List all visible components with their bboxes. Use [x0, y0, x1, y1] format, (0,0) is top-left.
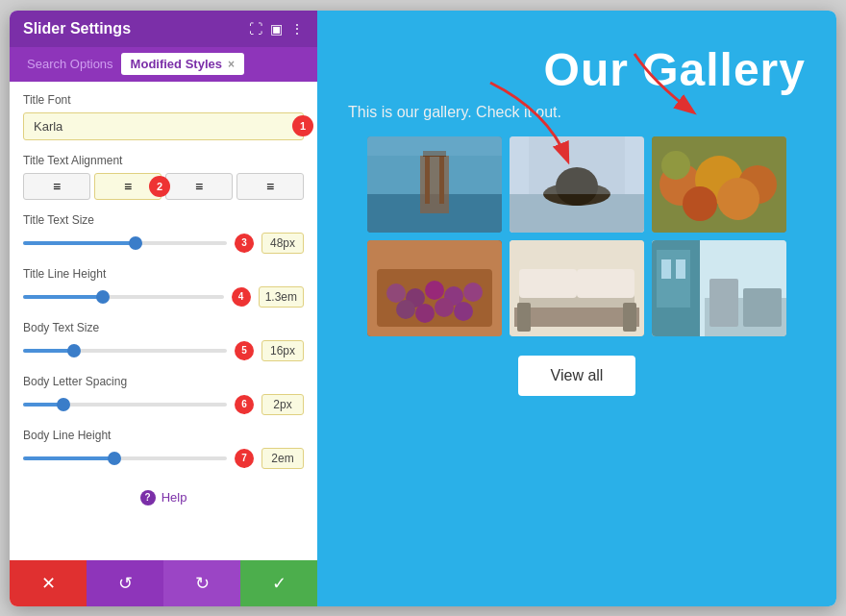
badge-4: 4 — [232, 287, 251, 307]
fullscreen-icon[interactable]: ⛶ — [249, 21, 262, 37]
panel-header: Slider Settings ⛶ ▣ ⋮ — [10, 11, 317, 47]
align-center-btn[interactable]: ≡ 2 — [94, 173, 162, 200]
cancel-icon: ✕ — [41, 573, 56, 594]
body-letterspacing-value: 2px — [261, 394, 304, 415]
body-textsize-track — [23, 349, 227, 353]
body-lineheight-value: 2em — [261, 448, 304, 469]
title-alignment-label: Title Text Alignment — [23, 154, 304, 167]
panel-body: Title Font Karla 1 Title Text Alignment … — [10, 82, 317, 560]
body-letterspacing-slider-row: 6 2px — [23, 394, 304, 415]
title-lineheight-label: Title Line Height — [23, 267, 304, 281]
badge-6: 6 — [235, 395, 254, 414]
help-icon: ? — [140, 490, 156, 505]
body-textsize-value: 16px — [261, 340, 304, 361]
app-wrapper: Slider Settings ⛶ ▣ ⋮ Search Options Mod… — [10, 11, 836, 606]
body-lineheight-label: Body Line Height — [23, 429, 304, 442]
redo-button[interactable]: ↻ — [163, 560, 240, 606]
align-left-icon: ≡ — [53, 179, 61, 194]
alignment-buttons: ≡ ≡ 2 ≡ ≡ — [23, 173, 304, 200]
title-lineheight-fill — [23, 295, 103, 299]
font-select-row: Karla 1 — [23, 112, 304, 140]
title-lineheight-thumb[interactable] — [96, 290, 110, 304]
align-justify-btn[interactable]: ≡ — [236, 173, 304, 200]
body-lineheight-fill — [23, 456, 114, 460]
align-right-icon: ≡ — [195, 179, 203, 194]
title-size-label: Title Text Size — [23, 213, 304, 227]
undo-icon: ↺ — [118, 573, 133, 594]
title-size-fill — [23, 241, 136, 245]
title-lineheight-group: Title Line Height 4 1.3em — [23, 267, 304, 308]
redo-icon: ↻ — [195, 573, 210, 594]
body-textsize-label: Body Text Size — [23, 321, 304, 334]
arrows-overlay — [317, 11, 836, 606]
title-size-thumb[interactable] — [129, 236, 142, 250]
title-size-track — [23, 241, 227, 245]
align-center-icon: ≡ — [124, 179, 132, 194]
body-textsize-slider-row: 5 16px — [23, 340, 304, 361]
title-alignment-group: Title Text Alignment ≡ ≡ 2 ≡ ≡ — [23, 154, 304, 200]
badge-5: 5 — [235, 341, 254, 360]
body-letterspacing-thumb[interactable] — [57, 398, 70, 411]
body-letterspacing-track — [23, 403, 227, 407]
body-letterspacing-group: Body Letter Spacing 6 2px — [23, 375, 304, 415]
gallery-panel: Our Gallery This is our gallery. Check i… — [317, 11, 836, 606]
title-lineheight-slider-row: 4 1.3em — [23, 286, 304, 308]
font-select[interactable]: Karla — [23, 112, 304, 140]
help-label: Help — [162, 490, 187, 505]
help-row[interactable]: ? Help — [23, 482, 304, 509]
title-font-group: Title Font Karla 1 — [23, 93, 304, 140]
title-size-slider-row: 3 48px — [23, 233, 304, 254]
panel-title: Slider Settings — [23, 20, 131, 37]
panel-tabs: Search Options Modified Styles × — [10, 47, 317, 82]
title-lineheight-value: 1.3em — [259, 286, 304, 308]
tab-close-icon[interactable]: × — [228, 58, 235, 71]
panel-footer: ✕ ↺ ↻ ✓ — [10, 560, 317, 606]
header-icons: ⛶ ▣ ⋮ — [249, 21, 304, 37]
title-font-label: Title Font — [23, 93, 304, 107]
align-left-btn[interactable]: ≡ — [23, 173, 90, 200]
body-letterspacing-label: Body Letter Spacing — [23, 375, 304, 388]
body-textsize-thumb[interactable] — [67, 344, 81, 357]
more-icon[interactable]: ⋮ — [290, 21, 304, 37]
align-justify-icon: ≡ — [266, 179, 274, 194]
badge-1: 1 — [292, 115, 313, 136]
tab-search[interactable]: Search Options — [19, 51, 121, 77]
confirm-icon: ✓ — [272, 573, 286, 594]
badge-7: 7 — [235, 449, 254, 468]
title-size-value: 48px — [261, 233, 304, 254]
body-lineheight-thumb[interactable] — [108, 452, 121, 465]
layout-icon[interactable]: ▣ — [270, 21, 283, 37]
body-lineheight-group: Body Line Height 7 2em — [23, 429, 304, 469]
tab-modified[interactable]: Modified Styles × — [121, 53, 244, 75]
tab-modified-label: Modified Styles — [131, 57, 222, 71]
title-lineheight-track — [23, 295, 224, 299]
badge-2: 2 — [149, 176, 170, 197]
confirm-button[interactable]: ✓ — [240, 560, 317, 606]
cancel-button[interactable]: ✕ — [10, 560, 87, 606]
align-right-btn[interactable]: ≡ — [165, 173, 233, 200]
body-lineheight-slider-row: 7 2em — [23, 448, 304, 469]
badge-3: 3 — [235, 234, 254, 253]
settings-panel: Slider Settings ⛶ ▣ ⋮ Search Options Mod… — [10, 11, 317, 606]
body-textsize-group: Body Text Size 5 16px — [23, 321, 304, 361]
title-size-group: Title Text Size 3 48px — [23, 213, 304, 254]
body-lineheight-track — [23, 456, 227, 460]
undo-button[interactable]: ↺ — [87, 560, 163, 606]
